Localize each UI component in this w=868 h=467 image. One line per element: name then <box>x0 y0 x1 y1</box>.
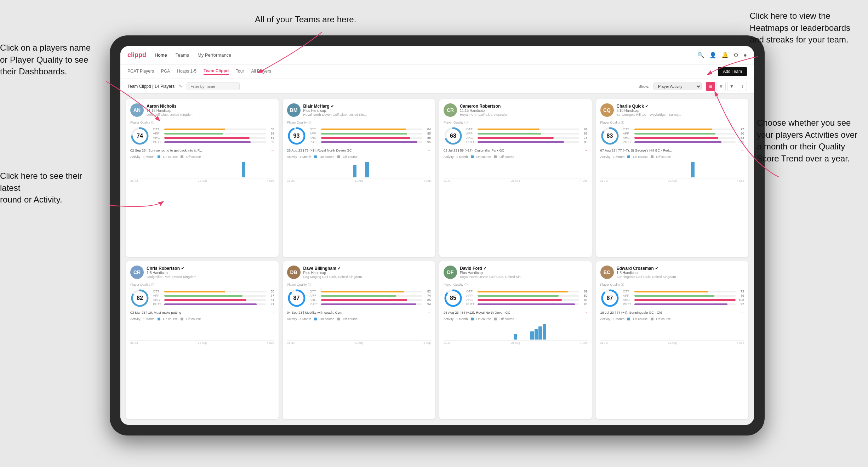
latest-round[interactable]: 03 Mar 23 | 19; Must make putting → <box>130 311 274 314</box>
sub-nav-all-players[interactable]: All Players <box>251 69 271 74</box>
player-header: CQ Charlie Quick ✓ 6:10 Handicap St. Geo… <box>600 103 744 117</box>
annotation-teams: All of your Teams are here. <box>255 13 356 25</box>
latest-round[interactable]: 26 Aug 23 | 73 (+1), Royal North Devon G… <box>287 148 431 152</box>
settings-icon[interactable]: ⚙ <box>733 52 738 58</box>
quality-label: Player Quality ⓘ <box>287 120 431 125</box>
off-course-label: Off course <box>499 317 514 321</box>
stat-row: APP 80 <box>623 132 744 135</box>
player-name[interactable]: Charlie Quick ✓ <box>617 104 744 109</box>
sub-nav-team-clippd[interactable]: Team Clippd <box>204 68 229 75</box>
chart-label: 31 Jul <box>600 179 608 182</box>
quality-circle[interactable]: 74 <box>130 126 149 146</box>
chart-label: 31 Jul <box>444 341 451 344</box>
latest-round[interactable]: 04 Sep 23 | Mobility with coach, Gym → <box>287 311 431 314</box>
profile-icon[interactable]: 👤 <box>709 52 716 58</box>
stat-value: 89 <box>581 290 588 293</box>
add-team-button[interactable]: Add Team <box>718 67 747 76</box>
activity-section: Activity · 1 Month On course Off course … <box>600 317 744 344</box>
notification-icon[interactable]: 🔔 <box>721 52 729 58</box>
player-info: Aaron Nicholls 11:15 Handicap Drift Golf… <box>147 104 274 116</box>
player-name[interactable]: Cameron Robertson <box>460 104 588 109</box>
stat-bar <box>321 133 407 135</box>
stat-value: 84 <box>424 127 431 131</box>
stat-label: ARG <box>153 136 163 139</box>
round-arrow: → <box>428 148 431 152</box>
quality-label: Player Quality ⓘ <box>444 283 588 287</box>
on-course-label: On course <box>476 317 491 321</box>
player-name[interactable]: Aaron Nicholls <box>147 104 274 109</box>
quality-circle[interactable]: 87 <box>287 289 306 308</box>
chart-label: 4 Sep <box>737 341 744 344</box>
quality-circle[interactable]: 93 <box>287 126 306 146</box>
quality-circle[interactable]: 87 <box>600 289 619 308</box>
sub-nav-pgat[interactable]: PGAT Players <box>127 69 154 74</box>
player-header: DF David Ford ✓ Plus Handicap Royal Nort… <box>444 266 588 279</box>
stat-bar-bg <box>478 129 579 130</box>
stat-row: ARG 103 <box>623 298 744 302</box>
player-header: CR Chris Robertson ✓ 1-5 Handicap Craigm… <box>130 266 274 279</box>
latest-round[interactable]: 02 Sep 23 | Sunrise round to get back in… <box>130 148 274 152</box>
on-course-label: On course <box>163 155 178 159</box>
quality-section: 87 OTT 82 APP 74 ARG 85 PUTT 94 <box>287 289 431 308</box>
edit-icon[interactable]: ✎ <box>179 84 182 89</box>
nav-teams[interactable]: Teams <box>176 52 189 58</box>
chart-label: 4 Sep <box>737 179 744 182</box>
player-header: BM Blair McHarg ✓ Plus Handicap Royal No… <box>287 103 431 117</box>
stat-row: PUTT 95 <box>310 140 431 144</box>
quality-circle[interactable]: 83 <box>600 126 619 146</box>
quality-circle[interactable]: 82 <box>130 289 149 308</box>
on-course-dot <box>471 155 474 158</box>
quality-circle[interactable]: 68 <box>444 126 463 146</box>
nav-home[interactable]: Home <box>155 52 167 58</box>
chart-labels: 31 Jul21 Aug4 Sep <box>444 179 588 182</box>
sort-icon[interactable]: ↕ <box>738 82 747 91</box>
sub-nav-pga[interactable]: PGA <box>161 69 170 74</box>
latest-round[interactable]: 18 Jul 23 | 74 (+4), Sunningdale GC - Ol… <box>600 311 744 314</box>
quality-circle[interactable]: 85 <box>444 289 463 308</box>
list-view-icon[interactable]: ≡ <box>716 82 726 91</box>
filter-icon[interactable]: ▼ <box>727 82 736 91</box>
sub-nav-tour[interactable]: Tour <box>236 69 244 74</box>
stat-value: 80 <box>581 294 588 297</box>
quality-section: 93 OTT 84 APP 85 ARG 88 PUTT 95 <box>287 126 431 146</box>
player-name[interactable]: Dave Billingham ✓ <box>303 266 431 271</box>
stat-value: 88 <box>424 136 431 139</box>
on-course-dot <box>158 155 160 158</box>
stat-row: OTT 60 <box>153 127 274 131</box>
chart-labels: 31 Jul21 Aug4 Sep <box>130 179 274 182</box>
off-course-label: Off course <box>343 155 358 159</box>
off-course-label: Off course <box>656 317 671 321</box>
chart-labels: 31 Jul21 Aug4 Sep <box>444 341 588 344</box>
player-name[interactable]: Chris Robertson ✓ <box>147 266 274 271</box>
quality-number: 87 <box>293 295 300 301</box>
player-handicap: 11:15 Handicap <box>460 109 588 113</box>
player-club: Craigmillar Park, United Kingdom <box>147 275 274 279</box>
player-name[interactable]: Edward Crossman ✓ <box>617 266 744 271</box>
chart-bar <box>535 329 538 340</box>
chart-label: 21 Aug <box>198 179 207 182</box>
show-select[interactable]: Player Activity Quality Score Trend <box>653 82 702 90</box>
chart-bar <box>514 334 517 340</box>
stat-bar <box>164 303 257 305</box>
stat-label: OTT <box>310 290 320 293</box>
search-input[interactable] <box>187 82 240 90</box>
nav-performance[interactable]: My Performance <box>198 52 231 58</box>
ipad-screen: clippd Home Teams My Performance 🔍 👤 🔔 ⚙… <box>120 46 754 425</box>
stat-label: OTT <box>623 290 633 293</box>
activity-chart <box>444 322 588 341</box>
stat-row: PUTT 91 <box>153 302 274 306</box>
search-icon[interactable]: 🔍 <box>697 52 704 58</box>
latest-round[interactable]: 07 Aug 23 | 77 (+7), St George's Hill GC… <box>600 148 744 152</box>
user-avatar-icon[interactable]: ● <box>743 52 747 58</box>
grid-view-icon[interactable]: ⊞ <box>706 82 715 91</box>
sub-nav-hcaps[interactable]: Hcaps 1-5 <box>177 69 196 74</box>
player-name[interactable]: Blair McHarg ✓ <box>303 104 431 109</box>
latest-round[interactable]: 26 Aug 23 | 84 (+12), Royal North Devon … <box>444 311 588 314</box>
stats-grid: OTT 82 APP 74 ARG 85 PUTT 94 <box>310 290 431 307</box>
chart-label: 31 Jul <box>287 179 295 182</box>
stat-label: APP <box>310 294 320 297</box>
player-name[interactable]: David Ford ✓ <box>460 266 588 271</box>
player-club: Royal North Devon Golf Club, United Kin.… <box>303 113 431 116</box>
latest-round[interactable]: 02 Jul 23 | 59 (+17), Craigmillar Park G… <box>444 148 588 152</box>
stat-value: 94 <box>424 302 431 306</box>
